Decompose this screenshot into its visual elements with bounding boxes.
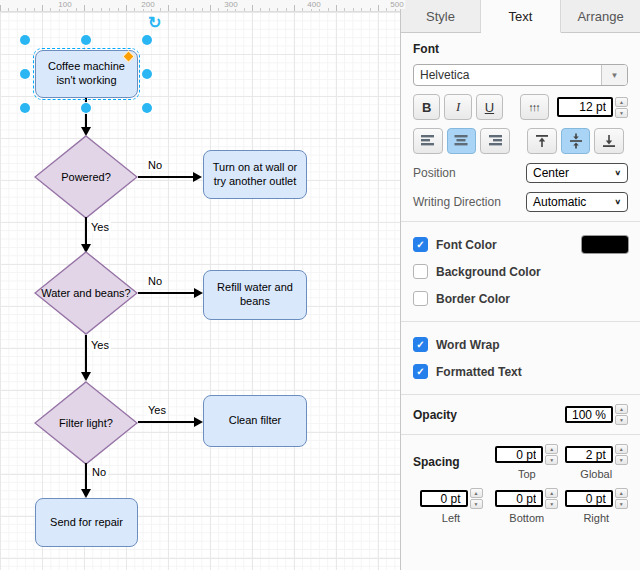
node-filter-light[interactable]: Filter light? (34, 381, 138, 465)
stepper-down-icon[interactable]: ▼ (615, 499, 628, 509)
edge-line[interactable] (85, 335, 87, 373)
spacing-top-stepper[interactable]: ▲ ▼ (545, 444, 558, 465)
position-select[interactable]: Center ∨ (526, 163, 628, 183)
stepper-up-icon[interactable]: ▲ (545, 488, 558, 498)
writing-direction-value: Automatic (533, 195, 586, 209)
font-color-checkbox[interactable]: ✓ (413, 237, 428, 252)
resize-handle-sw[interactable] (20, 103, 30, 113)
align-center-icon (453, 134, 469, 148)
edge-label[interactable]: Yes (89, 339, 111, 351)
tab-arrange[interactable]: Arrange (561, 0, 640, 32)
node-label: Powered? (34, 135, 138, 219)
stepper-up-icon[interactable]: ▲ (615, 404, 628, 414)
stepper-down-icon[interactable]: ▼ (615, 108, 628, 118)
resize-handle-s[interactable] (81, 103, 91, 113)
tab-style[interactable]: Style (401, 0, 481, 32)
edge-line[interactable] (85, 463, 87, 490)
spacing-left-stepper[interactable]: ▲ ▼ (470, 488, 483, 509)
node-label: Filter light? (34, 381, 138, 465)
arrowhead-icon (193, 172, 202, 182)
spacing-global-input[interactable] (565, 446, 613, 463)
spacing-bottom-input[interactable] (495, 490, 543, 507)
stepper-up-icon[interactable]: ▲ (470, 488, 483, 498)
valign-top-icon (534, 133, 550, 149)
border-color-checkbox[interactable] (413, 291, 428, 306)
spacing-right-input[interactable] (565, 490, 613, 507)
stepper-down-icon[interactable]: ▼ (615, 455, 628, 465)
bold-button[interactable]: B (413, 94, 440, 120)
writing-direction-select[interactable]: Automatic ∨ (526, 192, 628, 212)
italic-button[interactable]: I (444, 94, 471, 120)
ruler-label: 200 (139, 0, 156, 9)
spacing-right-stepper[interactable]: ▲ ▼ (615, 488, 628, 509)
edge-line[interactable] (138, 176, 194, 178)
font-family-select[interactable]: Helvetica ▼ (413, 64, 628, 86)
valign-bottom-button[interactable] (594, 128, 624, 154)
align-right-button[interactable] (480, 128, 510, 154)
arrowhead-icon (194, 288, 203, 298)
node-powered[interactable]: Powered? (34, 135, 138, 219)
font-family-value: Helvetica (414, 68, 601, 82)
stepper-up-icon[interactable]: ▲ (615, 97, 628, 107)
valign-bottom-icon (601, 133, 617, 149)
spacing-bottom-stepper[interactable]: ▲ ▼ (545, 488, 558, 509)
edge-label[interactable]: No (90, 466, 108, 478)
resize-handle-nw[interactable] (20, 35, 30, 45)
stepper-up-icon[interactable]: ▲ (615, 444, 628, 454)
diagram-canvas[interactable]: 100 200 300 400 500 Coffee machine isn't… (0, 0, 400, 570)
resize-handle-ne[interactable] (142, 35, 152, 45)
node-label: Coffee machine isn't working (40, 60, 133, 88)
font-color-row: ✓ Font Color (413, 231, 628, 258)
resize-handle-se[interactable] (142, 103, 152, 113)
align-left-button[interactable] (413, 128, 443, 154)
font-size-input[interactable] (557, 97, 613, 117)
node-turn-on-at-wall[interactable]: Turn on at wall or try another outlet (203, 150, 307, 199)
stepper-up-icon[interactable]: ▲ (545, 444, 558, 454)
dropdown-arrow-icon[interactable]: ▼ (601, 65, 627, 85)
edge-label[interactable]: No (146, 159, 164, 171)
vertical-text-button[interactable]: ↑↑↑ (520, 94, 549, 120)
stepper-down-icon[interactable]: ▼ (545, 499, 558, 509)
word-wrap-checkbox[interactable]: ✓ (413, 337, 428, 352)
align-center-button[interactable] (447, 128, 477, 154)
edge-label[interactable]: Yes (146, 404, 168, 416)
spacing-global-stepper[interactable]: ▲ ▼ (615, 444, 628, 465)
stepper-down-icon[interactable]: ▼ (615, 415, 628, 425)
underline-button[interactable]: U (476, 94, 503, 120)
edge-line[interactable] (138, 421, 195, 423)
node-water-and-beans[interactable]: Water and beans? (34, 251, 138, 335)
word-wrap-label: Word Wrap (436, 338, 500, 352)
word-wrap-row: ✓ Word Wrap (413, 331, 628, 358)
edge-label[interactable]: No (146, 275, 164, 287)
stepper-down-icon[interactable]: ▼ (545, 455, 558, 465)
formatted-text-label: Formatted Text (436, 365, 522, 379)
opacity-input[interactable] (565, 406, 613, 423)
node-clean-filter[interactable]: Clean filter (203, 395, 307, 447)
edge-label[interactable]: Yes (89, 221, 111, 233)
node-refill-water[interactable]: Refill water and beans (203, 270, 307, 320)
font-size-stepper[interactable]: ▲ ▼ (615, 97, 628, 118)
valign-top-button[interactable] (527, 128, 557, 154)
resize-handle-n[interactable] (81, 35, 91, 45)
spacing-top-label: Top (518, 468, 536, 480)
font-color-swatch[interactable] (582, 236, 628, 253)
resize-handle-e[interactable] (142, 69, 152, 79)
formatted-text-checkbox[interactable]: ✓ (413, 364, 428, 379)
opacity-stepper[interactable]: ▲ ▼ (615, 404, 628, 425)
stepper-down-icon[interactable]: ▼ (470, 499, 483, 509)
background-color-checkbox[interactable] (413, 264, 428, 279)
spacing-left-input[interactable] (420, 490, 468, 507)
writing-direction-label: Writing Direction (413, 195, 501, 209)
node-send-for-repair[interactable]: Send for repair (35, 498, 138, 547)
edge-line[interactable] (138, 292, 195, 294)
spacing-top-input[interactable] (495, 446, 543, 463)
valign-middle-button[interactable] (561, 128, 591, 154)
font-color-label: Font Color (436, 238, 497, 252)
stepper-up-icon[interactable]: ▲ (615, 488, 628, 498)
opacity-section: Opacity ▲ ▼ (401, 395, 640, 434)
rotate-handle-icon[interactable]: ↻ (148, 15, 161, 31)
tab-text[interactable]: Text (481, 0, 561, 33)
position-label: Position (413, 166, 456, 180)
edge-line[interactable] (85, 217, 87, 245)
resize-handle-w[interactable] (20, 69, 30, 79)
